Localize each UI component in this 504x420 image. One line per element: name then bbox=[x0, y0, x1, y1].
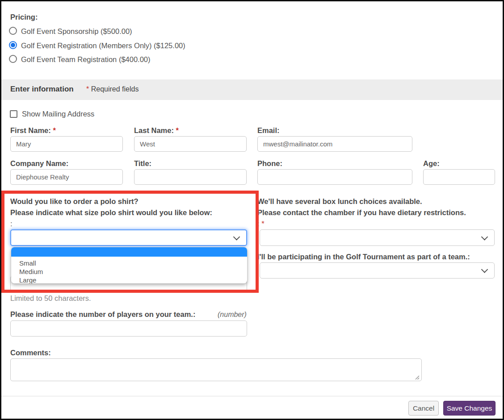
pricing-label: Pricing: bbox=[10, 13, 38, 21]
last-name-label: Last Name: * bbox=[134, 126, 179, 135]
polo-size-select[interactable] bbox=[10, 229, 247, 246]
chevron-down-icon bbox=[481, 233, 488, 241]
dropdown-option-large[interactable]: Large bbox=[11, 276, 247, 283]
email-label: Email: bbox=[257, 126, 280, 135]
polo-question-line2: Please indicate what size polo shirt wou… bbox=[10, 208, 212, 217]
polo-question-line1: Would you like to order a polo shirt? bbox=[10, 197, 139, 206]
players-count-field[interactable] bbox=[10, 320, 247, 337]
radio-golf-registration-label[interactable]: Golf Event Registration (Members Only) (… bbox=[21, 42, 185, 50]
limited-characters-note: Limited to 50 characters. bbox=[10, 294, 91, 303]
lunch-line2: Please contact the chamber if you have d… bbox=[257, 208, 466, 217]
section-title: Enter information bbox=[10, 85, 74, 94]
lunch-prompt: : * bbox=[257, 220, 265, 228]
chevron-down-icon bbox=[481, 266, 488, 273]
show-mailing-address-checkbox[interactable] bbox=[10, 110, 17, 118]
required-asterisk: * bbox=[86, 85, 89, 93]
phone-field[interactable] bbox=[257, 169, 412, 185]
company-name-label: Company Name: bbox=[10, 159, 68, 168]
dropdown-option-blank[interactable] bbox=[11, 247, 247, 257]
number-hint: (number) bbox=[218, 311, 247, 319]
last-name-field[interactable] bbox=[134, 136, 247, 152]
required-fields-note: * Required fields bbox=[86, 85, 139, 93]
radio-golf-team-registration[interactable] bbox=[9, 55, 17, 63]
players-count-label: Please indicate the number of players on… bbox=[10, 310, 195, 319]
phone-label: Phone: bbox=[257, 159, 282, 168]
comments-label: Comments: bbox=[10, 349, 51, 357]
radio-golf-team-registration-label[interactable]: Golf Event Team Registration ($400.00) bbox=[21, 55, 151, 64]
dropdown-option-small[interactable]: Small bbox=[11, 259, 247, 267]
lunch-line1: We'll have several box lunch choices ava… bbox=[257, 197, 422, 206]
footer-divider bbox=[1, 396, 503, 396]
section-header-bar: Enter information * Required fields bbox=[1, 79, 503, 100]
polo-prompt: : bbox=[10, 220, 13, 228]
email-field[interactable] bbox=[257, 136, 412, 152]
radio-golf-registration[interactable] bbox=[9, 41, 17, 49]
radio-golf-sponsorship-label[interactable]: Golf Event Sponsorship ($500.00) bbox=[21, 27, 132, 36]
company-name-field[interactable] bbox=[10, 169, 123, 185]
title-label: Title: bbox=[134, 159, 151, 168]
age-field[interactable] bbox=[423, 169, 495, 185]
show-mailing-address-label[interactable]: Show Mailing Address bbox=[22, 110, 94, 118]
age-label: Age: bbox=[423, 159, 440, 168]
box-lunch-select[interactable] bbox=[260, 229, 495, 246]
dropdown-option-medium[interactable]: Medium bbox=[11, 267, 247, 276]
cancel-button[interactable]: Cancel bbox=[408, 401, 439, 416]
radio-golf-sponsorship[interactable] bbox=[9, 27, 17, 35]
team-participation-label: I'll be participating in the Golf Tourna… bbox=[257, 253, 470, 261]
first-name-label: First Name: * bbox=[10, 126, 56, 135]
registration-form-page: Pricing: Golf Event Sponsorship ($500.00… bbox=[0, 0, 504, 420]
title-field[interactable] bbox=[134, 169, 247, 185]
polo-size-dropdown: Small Medium Large bbox=[11, 247, 247, 283]
save-changes-button[interactable]: Save Changes bbox=[443, 401, 496, 416]
resize-handle-icon[interactable] bbox=[415, 375, 420, 380]
chevron-down-icon bbox=[233, 233, 240, 241]
first-name-field[interactable] bbox=[10, 136, 123, 152]
comments-textarea[interactable] bbox=[10, 358, 422, 381]
team-participation-select[interactable] bbox=[260, 262, 495, 279]
